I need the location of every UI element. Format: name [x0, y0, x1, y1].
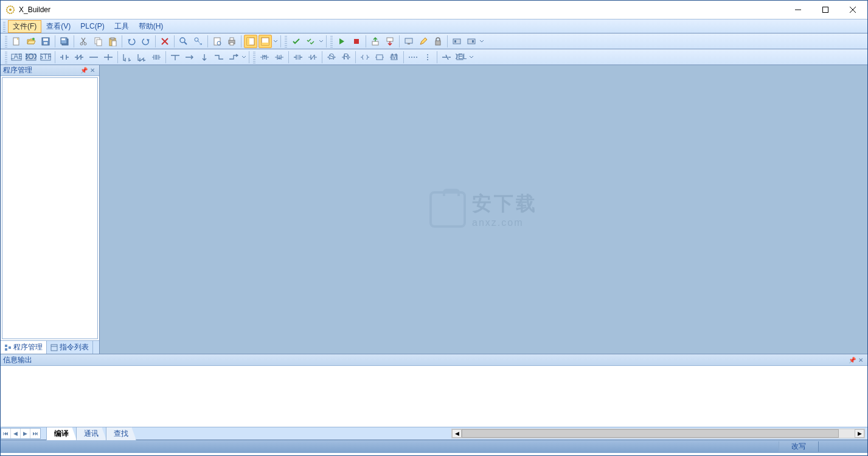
box-button[interactable]: BOX [24, 51, 38, 64]
tab-instruction-list-label: 指令列表 [60, 342, 89, 353]
device-button-1[interactable] [450, 35, 464, 48]
output-pin-icon[interactable]: 📌 [848, 356, 856, 364]
undo-button[interactable] [125, 35, 138, 48]
label-button[interactable]: LAB [10, 51, 23, 64]
ladder-overflow-2[interactable] [468, 51, 474, 64]
nav-first-button[interactable]: ⏮ [1, 429, 11, 438]
new-button[interactable] [10, 35, 23, 48]
arrow-down-button[interactable] [198, 51, 211, 64]
menu-file[interactable]: 文件(F) [8, 20, 41, 33]
toolbar-overflow[interactable] [273, 35, 279, 48]
menubar-grip[interactable] [3, 21, 5, 32]
del-hline-button[interactable] [406, 51, 420, 64]
program-tree[interactable] [2, 77, 98, 339]
scroll-right-button[interactable]: ▶ [855, 429, 864, 438]
coil-reset-button[interactable]: R [339, 51, 353, 64]
device-button-2[interactable] [465, 35, 478, 48]
contact-or-nc-button[interactable] [135, 51, 148, 64]
menu-help[interactable]: 帮助(H) [134, 20, 168, 33]
output-h-scrollbar[interactable]: ◀ ▶ [451, 429, 865, 438]
coil-set-button[interactable]: S [325, 51, 338, 64]
print-preview-button[interactable] [210, 35, 224, 48]
nav-next-button[interactable]: ▶ [21, 429, 30, 438]
string-button[interactable]: STR [39, 51, 52, 64]
corner-up-button[interactable] [227, 51, 240, 64]
ladder-grip-2[interactable] [253, 51, 255, 63]
menu-view[interactable]: 查看(V) [41, 20, 75, 33]
scroll-thumb[interactable] [462, 429, 839, 438]
tab-instruction-list[interactable]: 指令列表 [47, 341, 93, 354]
redo-button[interactable] [139, 35, 153, 48]
main-canvas[interactable]: 安下载 anxz.com [100, 65, 867, 354]
menu-plc[interactable]: PLC(P) [75, 21, 109, 32]
contact-p-button[interactable] [258, 51, 271, 64]
contact-double-button[interactable] [150, 51, 163, 64]
device-overflow[interactable] [479, 35, 485, 48]
toolbar-grip-3[interactable] [330, 35, 333, 47]
contact-nc-button[interactable] [72, 51, 86, 64]
contact-or-no-button[interactable] [120, 51, 134, 64]
save-all-button[interactable] [58, 35, 71, 48]
view-output-button[interactable] [259, 35, 272, 48]
sidebar-close-icon[interactable]: ✕ [88, 66, 97, 75]
not-button[interactable] [440, 51, 453, 64]
toolbar-grip[interactable] [5, 35, 7, 47]
stop-button[interactable] [350, 35, 363, 48]
open-button[interactable] [24, 35, 38, 48]
cut-button[interactable] [77, 35, 90, 48]
minimize-button[interactable] [784, 1, 811, 19]
tab-comm[interactable]: 通讯 [76, 427, 106, 440]
ladder-grip[interactable] [5, 51, 7, 63]
ladder-overflow-1[interactable] [241, 51, 247, 64]
svg-rect-37 [372, 41, 378, 45]
output-tabs-row: ⏮ ◀ ▶ ⏭ 编译 通讯 查找 ◀ ▶ [1, 427, 867, 440]
upload-button[interactable] [369, 35, 382, 48]
contact-no-button[interactable] [58, 51, 71, 64]
coil-button[interactable] [358, 51, 372, 64]
save-button[interactable] [39, 35, 52, 48]
del-vline-button[interactable] [421, 51, 434, 64]
menu-tools[interactable]: 工具 [109, 20, 134, 33]
contact-n-button[interactable] [273, 51, 286, 64]
pin-icon[interactable]: 📌 [80, 66, 88, 75]
copy-button[interactable] [91, 35, 105, 48]
find-replace-button[interactable] [192, 35, 205, 48]
check-button[interactable] [290, 35, 303, 48]
delete-button[interactable] [158, 35, 172, 48]
scroll-left-button[interactable]: ◀ [452, 429, 462, 438]
contact-inv2-button[interactable] [306, 51, 319, 64]
find-button[interactable] [177, 35, 190, 48]
sidebar-title: 程序管理 [3, 65, 32, 75]
arrow-right-button[interactable] [183, 51, 196, 64]
contact-inv-button[interactable] [291, 51, 305, 64]
output-body[interactable] [1, 365, 867, 427]
list-icon [50, 344, 58, 351]
line-horiz-button[interactable] [87, 51, 100, 64]
del-element-button[interactable]: DEL [454, 51, 468, 64]
svg-rect-81 [5, 348, 7, 351]
nav-prev-button[interactable]: ◀ [11, 429, 21, 438]
download-button[interactable] [383, 35, 397, 48]
tab-search[interactable]: 查找 [106, 427, 136, 440]
close-button[interactable] [839, 1, 866, 19]
m-block-button[interactable]: M [387, 51, 401, 64]
tab-program-mgmt[interactable]: 程序管理 [1, 341, 47, 354]
nav-last-button[interactable]: ⏭ [30, 429, 40, 438]
line-vert-button[interactable] [102, 51, 115, 64]
func-block-button[interactable] [373, 51, 386, 64]
edit-monitor-button[interactable] [417, 35, 430, 48]
tab-compile[interactable]: 编译 [46, 427, 77, 440]
maximize-button[interactable] [811, 1, 839, 19]
run-button[interactable] [335, 35, 349, 48]
output-close-icon[interactable]: ✕ [856, 356, 865, 364]
print-button[interactable] [225, 35, 238, 48]
lock-button[interactable] [431, 35, 445, 48]
monitor-button[interactable] [402, 35, 415, 48]
paste-button[interactable] [106, 35, 119, 48]
check-all-button[interactable] [304, 35, 318, 48]
corner-right-button[interactable] [212, 51, 226, 64]
hline-down-button[interactable] [168, 51, 182, 64]
check-overflow[interactable] [318, 35, 324, 48]
toolbar-grip-2[interactable] [285, 35, 287, 47]
view-sidebar-button[interactable] [244, 35, 257, 48]
